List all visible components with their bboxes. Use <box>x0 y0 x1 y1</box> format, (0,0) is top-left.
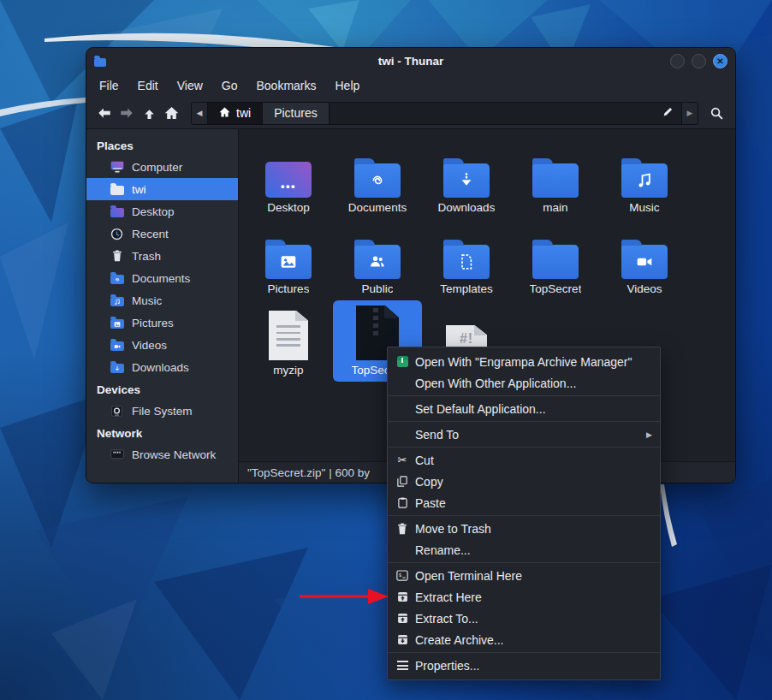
menubar-file[interactable]: File <box>92 76 127 95</box>
folder-documents[interactable]: Documents <box>333 138 422 219</box>
folder-blue-icon <box>110 294 124 306</box>
menu-item-set-default-application[interactable]: Set Default Application... <box>388 398 660 419</box>
menu-item-label: Send To <box>415 428 459 442</box>
submenu-arrow-icon: ▶ <box>646 430 652 439</box>
menu-item-paste[interactable]: Paste <box>388 492 660 513</box>
menu-item-open-with-other-application[interactable]: Open With Other Application... <box>388 372 660 394</box>
folder-pictures[interactable]: Pictures <box>244 219 333 300</box>
annotation-arrow <box>300 589 389 604</box>
toolbar: ◀ twiPictures ▶ <box>86 98 735 129</box>
text-file-icon <box>269 306 308 360</box>
window-folder-icon <box>94 58 106 67</box>
terminal-icon: $ <box>395 570 409 581</box>
file-myzip[interactable]: myzip <box>244 300 333 382</box>
clock-icon <box>110 228 124 240</box>
sidebar-item-videos[interactable]: Videos <box>86 334 238 356</box>
folder-icon <box>443 224 490 279</box>
menu-item-extract-here[interactable]: Extract Here <box>388 586 660 608</box>
file-label: Pictures <box>268 282 310 295</box>
menu-item-label: Set Default Application... <box>415 402 546 416</box>
file-label: Desktop <box>267 201 310 214</box>
sidebar-item-pictures[interactable]: Pictures <box>86 311 238 334</box>
sidebar-item-file-system[interactable]: File System <box>86 400 238 422</box>
folder-icon <box>621 224 668 279</box>
statusbar-text: "TopSecret.zip" | 600 by <box>247 466 370 479</box>
menu-item-rename[interactable]: Rename... <box>388 539 660 561</box>
folder-downloads[interactable]: Downloads <box>422 138 511 219</box>
folder-topsecret[interactable]: TopSecret <box>511 219 600 300</box>
trash-icon <box>395 523 409 535</box>
folder-blue-icon <box>110 272 124 284</box>
path-button-pictures[interactable]: Pictures <box>263 103 330 124</box>
menu-separator <box>388 652 660 653</box>
menubar-go[interactable]: Go <box>214 76 246 95</box>
menu-item-cut[interactable]: ✂Cut <box>388 449 660 471</box>
menu-item-extract-to[interactable]: Extract To... <box>388 608 660 629</box>
folder-templates[interactable]: Templates <box>422 219 511 300</box>
menubar-help[interactable]: Help <box>328 76 368 95</box>
menubar-edit[interactable]: Edit <box>130 76 166 95</box>
folder-desktop-large-icon: ••• <box>265 143 312 198</box>
maximize-button[interactable] <box>692 54 706 68</box>
sidebar-item-desktop[interactable]: Desktop <box>86 200 238 222</box>
path-scroll-left-icon[interactable]: ◀ <box>192 103 208 124</box>
forward-button[interactable] <box>116 102 138 124</box>
extract-icon <box>395 591 409 602</box>
sidebar-item-computer[interactable]: Computer <box>86 156 238 178</box>
menu-item-label: Open With Other Application... <box>415 377 576 390</box>
edit-pencil-icon[interactable] <box>662 105 674 121</box>
sidebar-item-label: Videos <box>132 339 167 352</box>
titlebar[interactable]: twi - Thunar ✕ <box>86 48 735 74</box>
sidebar-item-label: Music <box>132 294 162 307</box>
folder-icon <box>354 224 401 279</box>
file-label: Downloads <box>438 201 496 214</box>
path-button-twi[interactable]: twi <box>208 103 263 124</box>
file-label: Public <box>362 282 394 295</box>
minimize-button[interactable] <box>670 54 685 68</box>
file-label: Documents <box>348 201 407 214</box>
close-button[interactable]: ✕ <box>713 54 727 68</box>
folder-icon <box>621 143 668 198</box>
sidebar-item-trash[interactable]: Trash <box>86 245 238 267</box>
menu-separator <box>388 515 660 516</box>
menu-item-create-archive[interactable]: Create Archive... <box>388 629 660 650</box>
folder-icon <box>354 143 401 198</box>
sidebar-item-documents[interactable]: Documents <box>86 267 238 289</box>
menubar-view[interactable]: View <box>169 76 211 95</box>
menu-item-move-to-trash[interactable]: Move to Trash <box>388 518 660 539</box>
folder-desktop[interactable]: •••Desktop <box>244 138 333 219</box>
folder-light-icon <box>110 183 124 195</box>
network-icon <box>110 449 124 460</box>
sidebar-item-recent[interactable]: Recent <box>86 222 238 245</box>
folder-main[interactable]: main <box>511 138 600 219</box>
svg-text:$: $ <box>399 572 402 578</box>
sidebar: PlacesComputertwiDesktopRecentTrashDocum… <box>86 129 239 483</box>
sidebar-item-browse-network[interactable]: Browse Network <box>86 443 238 466</box>
path-scroll-right-icon[interactable]: ▶ <box>681 103 698 124</box>
path-entry[interactable] <box>330 103 681 124</box>
folder-public[interactable]: Public <box>333 219 422 300</box>
menu-item-label: Extract Here <box>415 590 482 604</box>
file-label: main <box>543 201 567 214</box>
home-button[interactable] <box>160 102 182 124</box>
menu-item-label: Open With "Engrampa Archive Manager" <box>415 355 632 369</box>
folder-videos[interactable]: Videos <box>600 219 689 300</box>
sidebar-item-twi[interactable]: twi <box>86 178 238 200</box>
up-button[interactable] <box>138 102 160 124</box>
menu-item-properties[interactable]: Properties... <box>388 655 660 676</box>
back-button[interactable] <box>93 102 116 124</box>
menu-item-open-terminal-here[interactable]: $Open Terminal Here <box>388 565 660 586</box>
screen: { "window": { "title": "twi - Thunar", "… <box>0 0 772 700</box>
menubar-bookmarks[interactable]: Bookmarks <box>248 76 324 95</box>
menu-item-send-to[interactable]: Send To▶ <box>388 424 660 445</box>
sidebar-item-downloads[interactable]: Downloads <box>86 356 238 378</box>
sidebar-header-devices: Devices <box>86 378 238 400</box>
menu-item-label: Properties... <box>415 659 479 673</box>
clipboard-icon <box>395 497 409 508</box>
folder-music[interactable]: Music <box>600 138 689 219</box>
menu-item-copy[interactable]: Copy <box>388 471 660 492</box>
search-button[interactable] <box>704 102 728 124</box>
folder-blue-icon <box>110 339 124 351</box>
menu-item-open-with-engrampa-archive-manager[interactable]: Open With "Engrampa Archive Manager" <box>388 351 660 372</box>
sidebar-item-music[interactable]: Music <box>86 289 238 311</box>
